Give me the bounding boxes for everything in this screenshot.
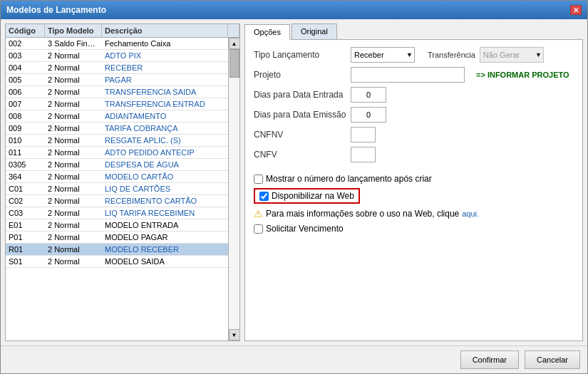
tab-bar: Opções Original <box>244 24 583 40</box>
table-row[interactable]: 0082 NormalADIANTAMENTO <box>6 110 228 123</box>
spacer <box>254 167 574 170</box>
scroll-up-button[interactable]: ▲ <box>229 38 240 49</box>
footer: Confirmar Cancelar <box>1 346 587 373</box>
table-row[interactable]: S012 NormalMODELO SAIDA <box>6 256 228 268</box>
window-title: Modelos de Lançamento <box>6 5 106 15</box>
table-row[interactable]: 0062 NormalTRANSFERENCIA SAIDA <box>6 86 228 98</box>
right-panel: Opções Original Tipo Lançamento Receber … <box>244 24 583 341</box>
main-content: Código Tipo Modelo Descrição 0023 Saldo … <box>1 19 587 346</box>
table-row[interactable]: 0092 NormalTARIFA COBRANÇA <box>6 123 228 135</box>
disponibilizar-web-checkbox[interactable] <box>259 192 269 201</box>
table-row[interactable]: 0042 NormalRECEBER <box>6 62 228 74</box>
disponibilizar-web-row: Disponibilizar na Web <box>254 188 574 204</box>
table-row[interactable]: 0072 NormalTRANSFERENCIA ENTRAD <box>6 98 228 110</box>
header-descricao: Descrição <box>102 24 228 37</box>
main-window: Modelos de Lançamento ✕ Código Tipo Mode… <box>0 0 588 374</box>
tab-original[interactable]: Original <box>292 24 337 39</box>
cnfnv-input[interactable] <box>351 127 376 142</box>
table-row[interactable]: 0102 NormalRESGATE APLIC. (S) <box>6 135 228 147</box>
projeto-row: Projeto => INFORMAR PROJETO <box>254 67 574 83</box>
header-codigo: Código <box>6 24 45 37</box>
projeto-link[interactable]: => INFORMAR PROJETO <box>476 71 569 79</box>
table-row[interactable]: P012 NormalMODELO PAGAR <box>6 232 228 244</box>
dias-emissao-row: Dias para Data Emissão <box>254 107 574 123</box>
cnfv-input[interactable] <box>351 147 376 162</box>
mostrar-numero-checkbox[interactable] <box>254 175 263 184</box>
tab-content-opcoes: Tipo Lançamento Receber ▼ Transferência … <box>244 40 583 341</box>
transferencia-select-wrapper: Não Gerar ▼ <box>480 47 544 63</box>
tipo-lancamento-label: Tipo Lançamento <box>254 50 346 60</box>
header-scroll-spacer <box>228 24 239 37</box>
table-row[interactable]: C022 NormalRECEBIMENTO CARTÃO <box>6 195 228 207</box>
mostrar-numero-label: Mostrar o número do lançamento após cria… <box>266 174 432 184</box>
tipo-lancamento-select-wrapper: Receber ▼ <box>351 47 415 63</box>
table-header: Código Tipo Modelo Descrição <box>6 24 239 38</box>
table-row[interactable]: 0052 NormalPAGAR <box>6 74 228 86</box>
solicitar-vencimento-label: Solicitar Vencimento <box>266 224 344 234</box>
solicitar-vencimento-checkbox[interactable] <box>254 224 263 234</box>
table-row[interactable]: 3642 NormalMODELO CARTÃO <box>6 171 228 183</box>
tab-opcoes[interactable]: Opções <box>244 24 290 40</box>
table-row-selected[interactable]: R012 NormalMODELO RECEBER <box>6 244 228 256</box>
solicitar-vencimento-row: Solicitar Vencimento <box>254 224 574 234</box>
dias-emissao-input[interactable] <box>351 107 386 123</box>
projeto-input[interactable] <box>351 67 465 83</box>
projeto-label: Projeto <box>254 70 346 80</box>
scroll-thumb[interactable] <box>229 49 239 78</box>
dias-entrada-row: Dias para Data Entrada <box>254 87 574 103</box>
transferencia-label: Transferência <box>428 51 475 59</box>
cnfv-label: CNFV <box>254 150 346 160</box>
cnfnv-label: CNFNV <box>254 130 346 140</box>
table-row[interactable]: 0112 NormalADTO PEDIDO ANTECIP <box>6 147 228 159</box>
warning-icon: ⚠ <box>254 208 263 219</box>
scroll-track[interactable] <box>229 49 239 329</box>
confirmar-button[interactable]: Confirmar <box>460 350 519 369</box>
mostrar-numero-row: Mostrar o número do lançamento após cria… <box>254 174 574 184</box>
scroll-down-button[interactable]: ▼ <box>229 329 240 341</box>
table-row[interactable]: 0032 NormalADTO PIX <box>6 50 228 62</box>
table-row[interactable]: 03052 NormalDESPESA DE ÁGUA <box>6 159 228 171</box>
table-row[interactable]: C032 NormalLIQ TARIFA RECEBIMEN <box>6 207 228 219</box>
table-scroll[interactable]: 0023 Saldo Final CaixaFechamento Caixa 0… <box>6 38 228 341</box>
info-text: Para mais informações sobre o uso na Web… <box>266 209 459 219</box>
cancelar-button[interactable]: Cancelar <box>525 350 580 369</box>
info-row: ⚠ Para mais informações sobre o uso na W… <box>254 208 574 219</box>
dias-entrada-input[interactable] <box>351 87 386 103</box>
dias-entrada-label: Dias para Data Entrada <box>254 90 346 100</box>
cnfnv-row: CNFNV <box>254 127 574 142</box>
cnfv-row: CNFV <box>254 147 574 162</box>
table-row[interactable]: 0023 Saldo Final CaixaFechamento Caixa <box>6 38 228 50</box>
scrollbar[interactable]: ▲ ▼ <box>228 38 239 341</box>
tipo-lancamento-row: Tipo Lançamento Receber ▼ Transferência … <box>254 47 574 63</box>
table-row[interactable]: E012 NormalMODELO ENTRADA <box>6 219 228 232</box>
title-bar: Modelos de Lançamento ✕ <box>1 1 587 19</box>
disponibilizar-web-label: Disponibilizar na Web <box>272 191 354 201</box>
dias-emissao-label: Dias para Data Emissão <box>254 110 346 120</box>
tipo-lancamento-select[interactable]: Receber <box>351 47 415 63</box>
disponibilizar-web-container: Disponibilizar na Web <box>254 188 360 204</box>
close-button[interactable]: ✕ <box>570 5 582 15</box>
transferencia-select[interactable]: Não Gerar <box>480 47 544 63</box>
info-link[interactable]: aqui. <box>462 209 479 218</box>
left-panel: Código Tipo Modelo Descrição 0023 Saldo … <box>5 24 240 341</box>
table-row[interactable]: C012 NormalLIQ DE CARTÕES <box>6 183 228 195</box>
header-tipo: Tipo Modelo <box>45 24 102 37</box>
